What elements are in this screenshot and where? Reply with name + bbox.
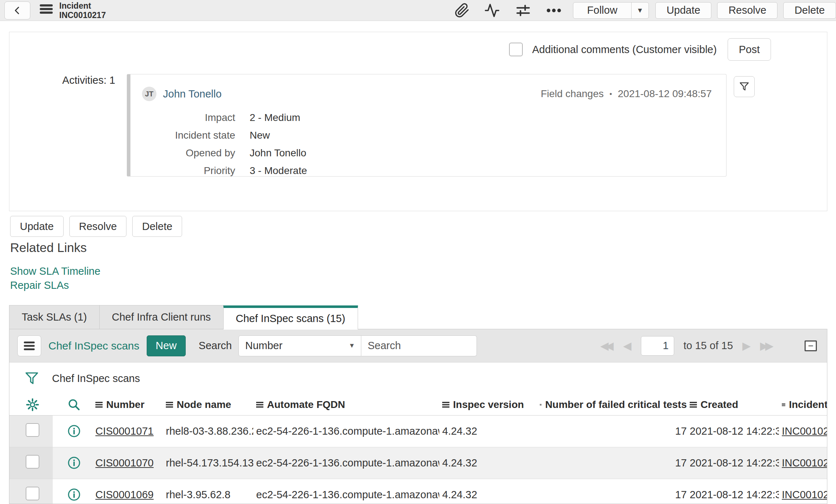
- table-header-row: Number Node name Automate FQDN Inspec ve…: [9, 394, 827, 415]
- header-resolve-button[interactable]: Resolve: [717, 2, 777, 19]
- header-icon-group: [454, 3, 562, 18]
- field-label: Incident state: [167, 130, 235, 141]
- avatar: JT: [142, 87, 156, 101]
- more-options-icon[interactable]: [546, 3, 562, 18]
- activity-filter-button[interactable]: [734, 76, 755, 97]
- additional-comments-label: Additional comments (Customer visible): [532, 44, 717, 56]
- list-settings-gear-icon[interactable]: [12, 397, 53, 412]
- tab-chef-inspec-scans[interactable]: Chef InSpec scans (15): [223, 305, 358, 330]
- inspec-version-cell: 4.24.32: [439, 447, 537, 479]
- chevron-left-icon: [13, 5, 22, 16]
- header-update-button[interactable]: Update: [655, 2, 712, 19]
- scan-number-link[interactable]: CIS0001071: [95, 425, 154, 437]
- field-value: 2 - Medium: [250, 112, 726, 123]
- record-title: Incident INC0010217: [59, 1, 106, 20]
- record-info-icon[interactable]: [56, 456, 92, 470]
- update-button[interactable]: Update: [10, 216, 64, 237]
- context-menu-icon[interactable]: [40, 4, 53, 17]
- created-cell: 2021-08-12 14:22:32: [687, 479, 779, 504]
- delete-button[interactable]: Delete: [132, 216, 182, 237]
- node-name-cell: rhel8-03-3.88.236.28: [163, 415, 253, 447]
- list-toolbar: Chef InSpec scans New Search Number ▼ ◀◀…: [9, 329, 827, 362]
- show-sla-timeline-link[interactable]: Show SLA Timeline: [10, 264, 100, 278]
- column-header-number[interactable]: Number: [95, 399, 163, 410]
- attachment-icon[interactable]: [454, 3, 470, 18]
- field-label: Opened by: [167, 147, 235, 159]
- column-search-icon[interactable]: [56, 398, 92, 412]
- form-actions: Update Resolve Delete: [10, 216, 182, 237]
- column-header-failed-critical-tests[interactable]: Number of failed critical tests: [540, 399, 687, 410]
- incident-link[interactable]: INC0010217: [782, 425, 827, 437]
- row-checkbox[interactable]: [26, 487, 39, 500]
- column-header-automate-fqdn[interactable]: Automate FQDN: [256, 399, 439, 410]
- funnel-icon: [739, 81, 750, 92]
- record-info-icon[interactable]: [56, 488, 92, 501]
- record-info-icon[interactable]: [56, 424, 92, 438]
- repair-slas-link[interactable]: Repair SLAs: [10, 278, 100, 292]
- column-menu-icon: [690, 402, 697, 408]
- activity-entry: JT John Tonello Field changes • 2021-08-…: [127, 74, 727, 177]
- field-changes-list: Impact 2 - Medium Incident state New Ope…: [167, 112, 726, 177]
- related-links-title: Related Links: [10, 240, 87, 255]
- activity-author-link[interactable]: John Tonello: [163, 88, 221, 100]
- scan-number-link[interactable]: CIS0001070: [95, 457, 154, 469]
- last-page-icon[interactable]: ▶▶: [760, 339, 773, 352]
- page-number-input[interactable]: [641, 336, 674, 356]
- inspec-version-cell: 4.24.32: [439, 415, 537, 447]
- column-header-node-name[interactable]: Node name: [166, 399, 253, 410]
- personalize-form-icon[interactable]: [514, 3, 532, 18]
- column-header-incident[interactable]: Incident: [782, 399, 827, 410]
- column-menu-icon: [95, 402, 103, 408]
- records-table: Number Node name Automate FQDN Inspec ve…: [9, 394, 827, 504]
- follow-button[interactable]: Follow: [573, 3, 631, 18]
- post-button[interactable]: Post: [728, 38, 771, 61]
- follow-split-button: Follow ▼: [573, 2, 649, 19]
- created-cell: 2021-08-12 14:22:35: [687, 447, 779, 479]
- column-menu-icon: [442, 402, 449, 408]
- incident-screen: Incident INC0010217 Follow ▼: [0, 0, 836, 504]
- new-record-button[interactable]: New: [147, 335, 186, 356]
- tab-task-slas[interactable]: Task SLAs (1): [9, 305, 100, 329]
- automate-fqdn-cell: ec2-54-226-1-136.compute-1.amazonaws.com: [253, 479, 439, 504]
- incident-link[interactable]: INC0010217: [782, 489, 827, 500]
- incident-link[interactable]: INC0010217: [782, 457, 827, 469]
- filter-funnel-icon[interactable]: [25, 371, 39, 386]
- node-name-cell: rhel-54.173.154.131: [163, 447, 253, 479]
- activity-meta: Field changes • 2021-08-12 09:48:57: [541, 88, 712, 100]
- activity-entry-header: JT John Tonello Field changes • 2021-08-…: [130, 74, 726, 101]
- field-value: John Tonello: [250, 147, 726, 159]
- previous-page-icon[interactable]: ◀: [623, 339, 632, 352]
- column-header-created[interactable]: Created: [690, 399, 779, 410]
- search-field-select[interactable]: Number ▼: [238, 335, 361, 356]
- column-menu-icon: [166, 402, 173, 408]
- list-search-input[interactable]: [361, 335, 477, 356]
- collapse-list-button[interactable]: −: [802, 338, 819, 354]
- column-menu-icon: [256, 402, 263, 408]
- column-header-inspec-version[interactable]: Inspec version: [442, 399, 537, 410]
- node-name-cell: rhel-3.95.62.8: [163, 479, 253, 504]
- collapse-icon: −: [805, 340, 817, 351]
- row-checkbox[interactable]: [26, 455, 39, 469]
- resolve-button[interactable]: Resolve: [69, 216, 127, 237]
- activity-stream-icon[interactable]: [483, 3, 501, 18]
- first-page-icon[interactable]: ◀◀: [600, 339, 613, 352]
- field-value: New: [250, 130, 726, 141]
- scan-number-link[interactable]: CIS0001069: [95, 489, 154, 500]
- failed-tests-cell: 17: [537, 479, 687, 504]
- breadcrumb[interactable]: Chef InSpec scans: [52, 373, 140, 384]
- list-menu-button[interactable]: [17, 335, 41, 356]
- follow-caret-button[interactable]: ▼: [631, 3, 648, 18]
- created-cell: 2021-08-12 14:22:36: [687, 415, 779, 447]
- tab-chef-infra-client-runs[interactable]: Chef Infra Client runs: [99, 305, 224, 329]
- header-delete-button[interactable]: Delete: [783, 2, 836, 19]
- additional-comments-checkbox[interactable]: [509, 43, 523, 56]
- column-menu-icon: [782, 402, 785, 408]
- search-label: Search: [199, 340, 232, 352]
- automate-fqdn-cell: ec2-54-226-1-136.compute-1.amazonaws.com: [253, 447, 439, 479]
- next-page-icon[interactable]: ▶: [742, 339, 751, 352]
- row-checkbox[interactable]: [26, 423, 39, 437]
- top-header: Incident INC0010217 Follow ▼: [0, 0, 836, 21]
- list-menu-icon: [24, 342, 35, 350]
- table-row: CIS0001071 rhel8-03-3.88.236.28 ec2-54-2…: [9, 415, 827, 447]
- back-button[interactable]: [4, 1, 30, 19]
